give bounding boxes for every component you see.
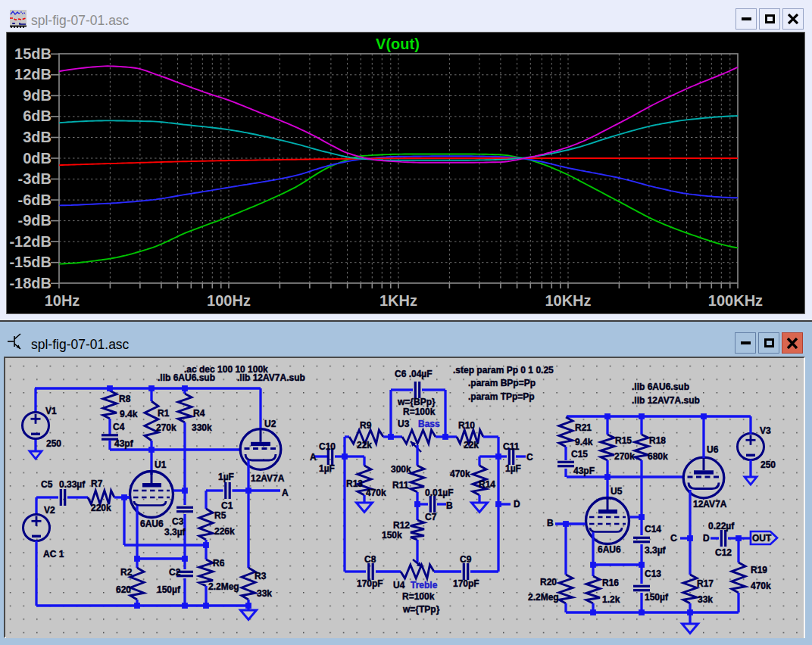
svg-text:.lib 12AV7A.sub: .lib 12AV7A.sub — [237, 372, 305, 383]
svg-text:12dB: 12dB — [14, 66, 52, 83]
svg-text:-18dB: -18dB — [9, 275, 52, 291]
svg-text:R2: R2 — [120, 567, 133, 578]
svg-text:U2: U2 — [264, 419, 276, 429]
svg-text:R14: R14 — [479, 479, 495, 490]
svg-text:33k: 33k — [698, 594, 713, 605]
svg-text:.param BPp=Pp: .param BPp=Pp — [468, 378, 536, 388]
svg-text:0dB: 0dB — [23, 150, 52, 167]
svg-text:170pF: 170pF — [453, 578, 479, 589]
svg-text:C6 .04µF: C6 .04µF — [395, 369, 433, 379]
svg-text:250: 250 — [46, 438, 61, 449]
svg-text:1µF: 1µF — [505, 463, 521, 474]
svg-text:C2: C2 — [169, 567, 181, 578]
svg-text:R5: R5 — [214, 510, 226, 521]
svg-text:R19: R19 — [751, 565, 767, 575]
svg-text:A: A — [310, 452, 317, 463]
svg-text:.lib 6AU6.sub: .lib 6AU6.sub — [158, 372, 215, 383]
svg-text:R1: R1 — [158, 408, 170, 419]
svg-text:Bass: Bass — [418, 419, 440, 429]
svg-text:R13: R13 — [346, 478, 363, 489]
svg-text:226k: 226k — [214, 526, 235, 537]
svg-text:620: 620 — [116, 584, 131, 595]
svg-text:R=100k: R=100k — [403, 407, 436, 417]
svg-text:3.3µf: 3.3µf — [164, 527, 186, 538]
svg-text:R11: R11 — [392, 480, 409, 491]
svg-text:U3: U3 — [398, 419, 410, 429]
svg-text:Treble: Treble — [411, 580, 438, 590]
svg-text:R=100k: R=100k — [402, 591, 435, 602]
svg-text:300k: 300k — [391, 464, 411, 475]
svg-text:220k: 220k — [91, 503, 111, 513]
svg-text:C7: C7 — [425, 512, 437, 522]
svg-text:R15: R15 — [615, 435, 632, 446]
svg-text:R17: R17 — [697, 578, 714, 589]
svg-text:U1: U1 — [155, 460, 167, 470]
svg-text:C15: C15 — [571, 449, 588, 460]
svg-text:1.2k: 1.2k — [602, 594, 620, 605]
svg-text:B: B — [547, 518, 554, 528]
svg-text:470k: 470k — [751, 581, 771, 591]
svg-text:12AV7A: 12AV7A — [693, 499, 727, 509]
svg-text:D: D — [514, 499, 520, 509]
svg-text:-12dB: -12dB — [9, 233, 52, 250]
svg-text:-9dB: -9dB — [18, 212, 52, 229]
svg-text:R10: R10 — [458, 420, 475, 431]
svg-text:12AV7A: 12AV7A — [251, 473, 285, 484]
svg-text:R21: R21 — [575, 422, 592, 433]
svg-text:43pf: 43pf — [114, 438, 134, 449]
svg-text:C5: C5 — [41, 479, 53, 490]
svg-text:2.2Meg: 2.2Meg — [208, 581, 239, 592]
svg-text:10Hz: 10Hz — [45, 292, 80, 309]
svg-text:V3: V3 — [760, 425, 771, 436]
svg-text:6AU6: 6AU6 — [140, 519, 164, 529]
svg-text:3dB: 3dB — [23, 129, 52, 145]
svg-text:OUT: OUT — [752, 533, 772, 544]
svg-text:R8: R8 — [119, 394, 131, 404]
svg-text:U4: U4 — [393, 580, 405, 590]
svg-text:150µf: 150µf — [645, 592, 669, 603]
svg-text:U6: U6 — [707, 444, 719, 455]
svg-text:R4: R4 — [193, 408, 205, 419]
svg-text:1µF: 1µF — [218, 472, 234, 482]
svg-text:0.33µf: 0.33µf — [59, 479, 86, 490]
svg-text:680k: 680k — [648, 451, 668, 462]
svg-text:C10: C10 — [319, 441, 336, 452]
svg-text:C13: C13 — [645, 569, 661, 579]
svg-text:9.4k: 9.4k — [120, 409, 138, 419]
svg-text:.lib 12AV7A.sub: .lib 12AV7A.sub — [632, 395, 700, 406]
svg-text:C: C — [526, 452, 533, 463]
svg-text:C14: C14 — [645, 524, 661, 534]
svg-text:C9: C9 — [460, 554, 472, 565]
svg-text:A: A — [282, 488, 289, 498]
svg-text:33k: 33k — [257, 588, 272, 599]
svg-text:C12: C12 — [715, 547, 732, 558]
svg-text:-3dB: -3dB — [18, 170, 52, 187]
svg-text:R20: R20 — [540, 577, 557, 587]
svg-text:9dB: 9dB — [23, 87, 52, 104]
svg-text:0.22µf: 0.22µf — [708, 521, 735, 531]
svg-text:R16: R16 — [602, 578, 619, 588]
svg-text:R18: R18 — [649, 435, 666, 446]
svg-text:R9: R9 — [360, 420, 372, 431]
svg-text:100KHz: 100KHz — [708, 292, 763, 309]
svg-text:270k: 270k — [614, 451, 635, 462]
svg-text:1KHz: 1KHz — [379, 292, 417, 309]
svg-text:250: 250 — [760, 460, 776, 470]
svg-text:V1: V1 — [45, 406, 57, 416]
svg-text:D: D — [703, 533, 710, 544]
svg-text:10KHz: 10KHz — [545, 292, 591, 309]
svg-text:150k: 150k — [382, 530, 402, 541]
svg-text:3.3µf: 3.3µf — [645, 545, 667, 556]
svg-text:w={TPp}: w={TPp} — [402, 604, 440, 615]
svg-text:43pF: 43pF — [573, 466, 595, 476]
svg-text:C: C — [670, 533, 677, 544]
svg-text:100Hz: 100Hz — [207, 292, 251, 309]
svg-text:AC 1: AC 1 — [43, 549, 64, 559]
svg-text:w={BPp}: w={BPp} — [397, 397, 436, 407]
svg-text:270k: 270k — [156, 422, 176, 433]
svg-text:0.01µF: 0.01µF — [425, 488, 454, 498]
svg-text:B: B — [446, 500, 453, 511]
svg-text:.param TPp=Pp: .param TPp=Pp — [468, 391, 535, 402]
svg-text:C8: C8 — [364, 554, 376, 565]
svg-text:C4: C4 — [113, 422, 125, 432]
